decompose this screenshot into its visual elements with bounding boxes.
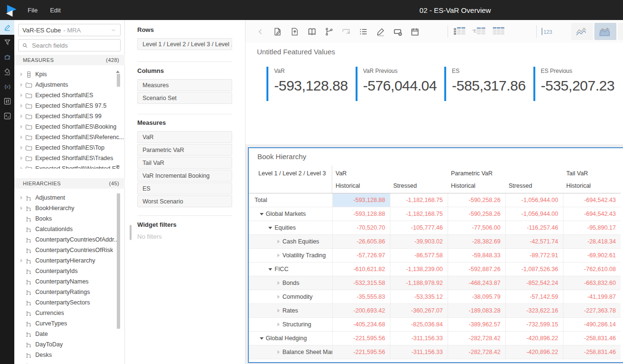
table-cell[interactable]: -1,087,526.36 — [505, 263, 563, 276]
table-cell[interactable]: -77,506.00 — [448, 221, 505, 234]
table-cell[interactable]: -26,605.86 — [332, 235, 390, 248]
table-cell[interactable]: -42,571.74 — [505, 235, 563, 248]
table-cell[interactable]: -221,595.56 — [332, 332, 390, 345]
expand-chevron-icon[interactable] — [18, 72, 24, 76]
rail-item-edit[interactable] — [0, 20, 14, 35]
featured-values-icon-button[interactable]: 123 — [539, 26, 554, 37]
rows-chip[interactable]: Level 1 / Level 2 / Level 3 / Level ... — [137, 38, 232, 50]
hierarchies-section-header[interactable]: HIERARCHIES (45) — [14, 178, 125, 189]
table-cell[interactable]: -95,890.17 — [563, 221, 621, 234]
row-header-cell[interactable]: Structuring — [249, 318, 332, 331]
column-sub-header[interactable]: Historical — [332, 180, 390, 193]
pivot-table-icon-button[interactable] — [452, 26, 467, 37]
field-item[interactable]: Kpis — [14, 69, 125, 80]
field-item[interactable]: Desks — [14, 350, 125, 360]
edit-pencil-icon-button[interactable] — [375, 26, 386, 37]
kpi-card[interactable]: VaR-593,128.88 — [266, 67, 356, 101]
row-header-cell[interactable]: Volatility Trading — [249, 249, 332, 262]
field-item[interactable]: CalculationIds — [14, 224, 125, 234]
table-cell[interactable]: -227,363.78 — [563, 304, 621, 317]
column-group-header[interactable]: VaR — [332, 165, 448, 180]
field-item[interactable]: CounterpartyRatings — [14, 287, 125, 297]
table-cell[interactable]: -593,128.88 — [332, 207, 390, 221]
row-header-cell[interactable]: Total — [249, 193, 332, 207]
table-cell[interactable]: -694,542.43 — [563, 193, 621, 207]
back-chevron-icon-button[interactable] — [255, 26, 266, 37]
table-cell[interactable]: -592,887.26 — [448, 263, 505, 276]
table-cell[interactable]: -116,257.46 — [505, 221, 563, 234]
field-item[interactable]: Expected Shortfall\ES\Referenc... — [14, 132, 125, 142]
cube-selector[interactable]: VaR-ES Cube - MRA — [18, 24, 121, 36]
expand-arrow-icon[interactable] — [277, 323, 280, 326]
featured-values-widget[interactable]: Untitled Featured Values VaR-593,128.88V… — [245, 43, 623, 144]
measures-chip[interactable]: Tail VaR — [137, 157, 232, 169]
field-item[interactable]: Currencies — [14, 308, 125, 318]
table-cell[interactable]: -732,599.15 — [505, 318, 563, 331]
table-cell[interactable]: -1,182,168.75 — [390, 207, 448, 221]
field-item[interactable]: BookHierarchy — [14, 203, 125, 213]
row-header-cell[interactable]: Equities — [249, 221, 332, 234]
book-hierarchy-widget[interactable]: Book Hierarchy Level 1 / Level 2 / Level… — [248, 147, 623, 363]
table-cell[interactable]: -258,831.46 — [563, 345, 621, 359]
expand-chevron-icon[interactable] — [18, 196, 24, 200]
measures-chip[interactable]: VaR Incremental Booking — [137, 170, 232, 182]
collapse-arrow-icon[interactable] — [268, 268, 272, 271]
hierarchies-scrollbar-thumb[interactable] — [117, 193, 120, 329]
row-header-label[interactable]: Level 1 / Level 2 / Level 3 — [249, 165, 332, 193]
collapse-arrow-icon[interactable] — [260, 337, 264, 340]
rail-item-style[interactable] — [0, 64, 14, 79]
field-item[interactable]: CurveTypes — [14, 318, 125, 329]
search-field[interactable] — [18, 39, 121, 51]
row-header-cell[interactable]: Global Markets — [249, 207, 332, 221]
field-item[interactable]: CounterpartyNames — [14, 276, 125, 287]
column-sub-header[interactable]: Historical — [563, 180, 621, 193]
table-cell[interactable]: -86,577.58 — [390, 249, 448, 262]
table-cell[interactable]: -389,962.57 — [448, 318, 505, 331]
table-cell[interactable]: -590,258.26 — [448, 193, 505, 207]
kpi-card[interactable]: ES Previous-535,207.23 — [533, 67, 623, 101]
table-cell[interactable]: -610,621.82 — [332, 263, 390, 276]
menu-file[interactable]: File — [28, 7, 38, 14]
measures-chip[interactable]: Worst Scenario — [137, 195, 232, 207]
collapse-arrow-icon[interactable] — [268, 227, 272, 229]
table-cell[interactable]: -1,138,239.00 — [390, 263, 448, 276]
table-cell[interactable]: -420,896.22 — [505, 345, 563, 359]
table-cell[interactable]: -593,128.88 — [332, 193, 390, 207]
field-item[interactable]: Expected Shortfall\Weighted ES — [14, 163, 125, 169]
edit-page-icon-button[interactable] — [272, 26, 283, 37]
table-cell[interactable]: -323,622.16 — [505, 304, 563, 317]
row-header-cell[interactable]: Rates — [249, 304, 332, 317]
measures-chip[interactable]: ES — [137, 182, 232, 194]
table-cell[interactable]: -360,267.07 — [390, 304, 448, 317]
tree-table-icon-button[interactable]: “E — [471, 26, 487, 37]
table-cell[interactable]: -221,595.56 — [332, 345, 390, 359]
area-chart-icon-button[interactable] — [594, 23, 616, 40]
table-cell[interactable]: -53,335.12 — [390, 290, 448, 303]
table-cell[interactable]: -311,156.33 — [390, 345, 448, 359]
table-cell[interactable]: -38,095.79 — [448, 290, 505, 303]
measures-section-header[interactable]: MEASURES (428) — [14, 55, 125, 65]
column-group-header[interactable]: Parametric VaR — [448, 165, 563, 180]
line-chart-icon-button[interactable] — [571, 23, 593, 40]
row-header-cell[interactable]: Balance Sheet Mana — [249, 345, 332, 359]
expand-chevron-icon[interactable] — [18, 93, 24, 97]
table-cell[interactable]: -69,902.61 — [563, 249, 621, 262]
expand-chevron-icon[interactable] — [18, 114, 24, 118]
table-cell[interactable]: -420,896.22 — [505, 332, 563, 345]
list-icon-button[interactable] — [358, 26, 368, 37]
table-cell[interactable]: -105,777.46 — [390, 221, 448, 234]
table-cell[interactable]: -189,083.28 — [448, 304, 505, 317]
expand-chevron-icon[interactable] — [18, 125, 24, 129]
table-cell[interactable]: -468,243.87 — [448, 276, 505, 290]
table-cell[interactable]: -200,693.42 — [332, 304, 390, 317]
add-widget-icon-button[interactable] — [392, 26, 403, 37]
table-cell[interactable]: -1,188,978.92 — [390, 276, 448, 290]
rail-item-settings[interactable] — [0, 94, 14, 109]
field-item[interactable]: DayToDay — [14, 339, 125, 350]
rail-item-widgets[interactable] — [0, 50, 14, 64]
table-cell[interactable]: -405,234.68 — [332, 318, 390, 331]
column-sub-header[interactable]: Stressed — [505, 180, 563, 193]
measures-chip[interactable]: Parametric VaR — [137, 144, 232, 156]
expand-chevron-icon[interactable] — [18, 146, 24, 150]
table-cell[interactable]: -490,286.14 — [563, 318, 621, 331]
